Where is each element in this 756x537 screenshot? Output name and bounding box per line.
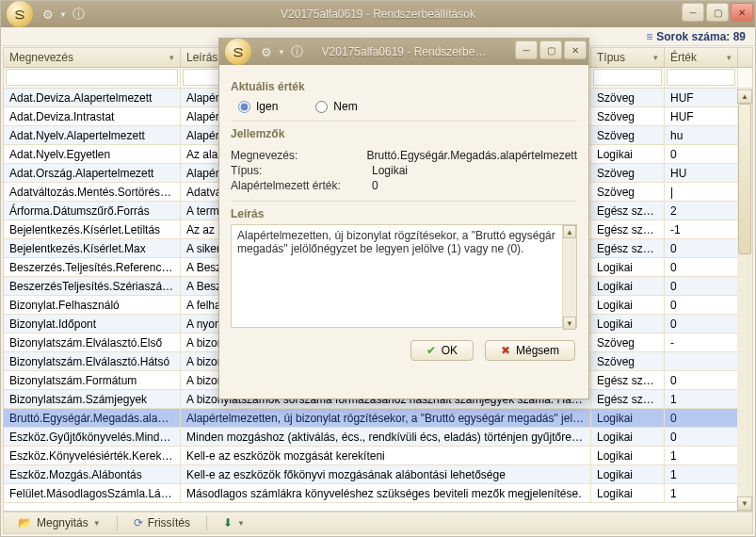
- cell-type: Logikai: [591, 428, 665, 446]
- cell-val: 0: [665, 409, 738, 427]
- cell-type: Logikai: [591, 296, 665, 314]
- cell-type: Logikai: [591, 447, 665, 464]
- cell-type: Szöveg: [591, 89, 665, 106]
- table-row[interactable]: Felület.MásodlagosSzámla.LáthatóMásodlag…: [4, 484, 752, 503]
- cell-name: Adatváltozás.Mentés.SortörésHel…: [4, 183, 181, 201]
- cell-type: Logikai: [591, 484, 665, 502]
- cell-name: Eszköz.Mozgás.Alábontás: [4, 465, 181, 483]
- grid-scrollbar[interactable]: ▲ ▼: [737, 90, 752, 511]
- props-box: Megnevezés:Bruttó.Egységár.Megadás.alapé…: [231, 144, 577, 202]
- ta-scroll-down[interactable]: ▼: [563, 317, 576, 330]
- cell-val: 0: [665, 145, 738, 163]
- prop-default-value: 0: [372, 179, 577, 192]
- cell-type: Egész szám: [591, 220, 665, 238]
- cell-type: Egész szám: [591, 239, 665, 257]
- desc-textarea[interactable]: [231, 224, 577, 328]
- cell-val: 0: [665, 371, 738, 389]
- cell-type: Logikai: [591, 277, 665, 295]
- minimize-button[interactable]: ─: [682, 3, 704, 22]
- gear-icon[interactable]: ⚙: [261, 45, 272, 59]
- current-value-label: Aktuális érték: [231, 80, 577, 93]
- dialog-close-button[interactable]: ✕: [564, 41, 587, 59]
- cell-name: BeszerzésTeljesítés.Szériaszám.G…: [4, 277, 181, 295]
- cell-name: Adat.Deviza.Alapertelmezett: [4, 89, 181, 106]
- radio-yes[interactable]: Igen: [238, 100, 278, 113]
- radio-no-input[interactable]: [315, 101, 328, 113]
- cell-val: 1: [665, 484, 738, 502]
- cell-type: Logikai: [591, 145, 665, 163]
- cell-name: Bizonylatszám.Formátum: [4, 371, 181, 389]
- chevron-down-icon[interactable]: ▾: [653, 53, 658, 62]
- filter-name-input[interactable]: [6, 69, 178, 86]
- main-titlebar: ⚙ ▼ ⓘ V20175alfa0619 - Rendszerbeállítás…: [1, 1, 755, 27]
- cell-val: [665, 352, 738, 370]
- ok-button[interactable]: ✔OK: [410, 340, 474, 361]
- prop-default-label: Alapértelmezett érték:: [231, 179, 372, 192]
- filter-val-input[interactable]: [667, 69, 735, 86]
- cell-val: HUF: [665, 107, 738, 125]
- snake-icon: [12, 7, 27, 22]
- cell-val: HU: [665, 164, 738, 182]
- dialog-minimize-button[interactable]: ─: [515, 41, 538, 59]
- chevron-down-icon[interactable]: ▼: [237, 519, 245, 528]
- close-button[interactable]: ✕: [731, 3, 753, 22]
- chevron-down-icon[interactable]: ▾: [727, 53, 732, 62]
- chevron-down-icon[interactable]: ▾: [169, 53, 174, 62]
- prop-type-label: Típus:: [231, 164, 372, 177]
- chevron-down-icon[interactable]: ▼: [59, 10, 67, 19]
- cell-val: 1: [665, 447, 738, 464]
- cell-val: 2: [665, 202, 738, 220]
- cell-name: Bruttó.Egységár.Megadás.alapér…: [4, 409, 181, 427]
- table-row[interactable]: Bruttó.Egységár.Megadás.alapér…Alapértel…: [4, 409, 752, 428]
- cell-name: Bejelentkezés.Kísérlet.Letiltás: [4, 220, 181, 238]
- cancel-button[interactable]: ✖Mégsem: [485, 340, 575, 361]
- cell-name: Bizonylatszám.Elválasztó.Első: [4, 334, 181, 351]
- table-row[interactable]: Eszköz.Gyűjtőkönyvelés.Mindenm…Minden mo…: [4, 428, 752, 447]
- cell-name: Adat.Ország.Alapertelmezett: [4, 164, 181, 182]
- ta-scroll-up[interactable]: ▲: [563, 225, 576, 238]
- cell-desc: Kell-e az eszközök mozgását kerekíteni: [181, 447, 591, 464]
- radio-row: Igen Nem: [231, 97, 577, 122]
- header-name[interactable]: Megnevezés▾: [4, 48, 181, 67]
- radio-yes-input[interactable]: [238, 101, 250, 113]
- scroll-down-button[interactable]: ▼: [737, 496, 752, 511]
- gear-icon[interactable]: ⚙: [42, 8, 54, 22]
- info-icon[interactable]: ⓘ: [291, 43, 303, 60]
- scroll-thumb[interactable]: [738, 104, 751, 254]
- bottom-toolbar: 📂 Megnyitás ▼ ⟳ Frissítés ⬇ ▼: [3, 512, 753, 534]
- chevron-down-icon[interactable]: ▼: [93, 519, 101, 528]
- cell-type: Szöveg: [591, 164, 665, 182]
- refresh-button[interactable]: ⟳ Frissítés: [125, 513, 199, 532]
- textarea-scrollbar[interactable]: ▲ ▼: [562, 225, 576, 330]
- check-icon: ✔: [426, 344, 436, 357]
- cell-type: Egész szám: [591, 202, 665, 220]
- cell-type: Logikai: [591, 258, 665, 276]
- open-button[interactable]: 📂 Megnyitás ▼: [9, 513, 109, 532]
- dialog-titlebar: ⚙ ▼ ⓘ V20175alfa0619 - Rendszerbe… ─ ▢ ✕: [219, 39, 588, 65]
- header-val[interactable]: Érték▾: [665, 48, 738, 67]
- dialog-maximize-button[interactable]: ▢: [539, 41, 562, 59]
- cell-type: Logikai: [591, 409, 665, 427]
- table-row[interactable]: Eszköz.Könyvelésiérték.KerekítésKell-e a…: [4, 447, 752, 465]
- prop-type-value: Logikai: [372, 164, 577, 177]
- maximize-button[interactable]: ▢: [706, 3, 729, 22]
- filter-type-input[interactable]: [593, 69, 662, 86]
- cell-val: |: [665, 183, 738, 201]
- cell-name: Bizonylatszám.Elválasztó.Hátsó: [4, 352, 181, 370]
- separator: [117, 515, 118, 530]
- scroll-up-button[interactable]: ▲: [737, 90, 752, 104]
- table-row[interactable]: Eszköz.Mozgás.AlábontásKell-e az eszközö…: [4, 465, 752, 484]
- app-icon: [225, 39, 251, 65]
- cell-type: Logikai: [591, 315, 665, 333]
- header-type[interactable]: Típus▾: [591, 48, 665, 67]
- cell-val: 0: [665, 296, 738, 314]
- info-icon[interactable]: ⓘ: [72, 6, 85, 23]
- cell-name: Bizonylatszám.Számjegyek: [4, 390, 181, 408]
- refresh-icon: ⟳: [134, 516, 143, 529]
- export-button[interactable]: ⬇ ▼: [215, 513, 253, 532]
- radio-no[interactable]: Nem: [315, 100, 357, 113]
- cancel-icon: ✖: [501, 344, 510, 357]
- chevron-down-icon[interactable]: ▼: [278, 48, 285, 57]
- cell-val: 0: [665, 277, 738, 295]
- cell-name: Beszerzés.Teljesítés.Referencias…: [4, 258, 181, 276]
